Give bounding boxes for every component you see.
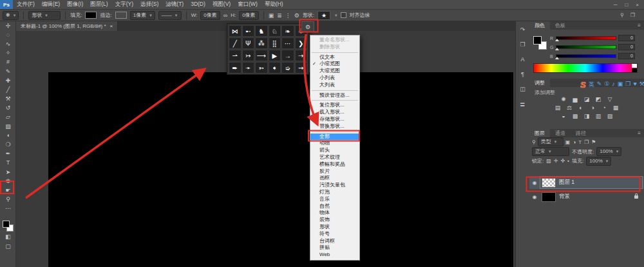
menu-item-31[interactable]: 台词框 (310, 238, 359, 245)
channel-mixer-icon[interactable]: ◔ (600, 104, 608, 111)
quick-selection-tool[interactable]: ✧ (0, 49, 16, 58)
layer-filter-select[interactable]: 类型 (538, 137, 564, 146)
invert-icon[interactable]: ◒ (560, 113, 567, 119)
color-balance-icon[interactable]: ⚖ (565, 104, 573, 111)
menu-item-26[interactable]: 自然 (310, 203, 359, 210)
shape-tile-feathered-arrow[interactable]: ↣ (242, 50, 255, 61)
crop-tool[interactable]: # (0, 58, 16, 67)
menu-item-11[interactable]: 复位形状... (310, 102, 359, 109)
slider-value[interactable]: 0 (618, 35, 635, 41)
styles-panel-icon[interactable]: ❐ (520, 41, 525, 48)
stroke-swatch[interactable] (115, 12, 127, 19)
path-arrange-icon[interactable]: ⋮ (285, 12, 291, 19)
menu-item-20[interactable]: 横幅和奖品 (310, 161, 359, 168)
menu-item-17[interactable]: 动物 (310, 140, 359, 147)
white-swatch[interactable] (632, 64, 637, 68)
toolbox-icon[interactable]: ⚒ (639, 81, 644, 89)
pen-icon[interactable]: ✎ (597, 81, 602, 89)
photo-filter-icon[interactable]: ◑ (589, 104, 596, 111)
history-panel-icon[interactable]: ↷ (520, 26, 526, 33)
menu-item-16[interactable]: 全部 (310, 134, 359, 141)
hand-tool[interactable]: ☛ (0, 186, 16, 195)
shape-picker-caret-icon[interactable] (334, 12, 337, 18)
menubar-item-4[interactable]: 文字(Y) (115, 1, 133, 8)
shape-tile-fish[interactable]: ➸ (242, 25, 255, 37)
menu-item-14[interactable]: 替换形状... (310, 123, 359, 130)
shape-tile-dog[interactable]: ♘ (269, 25, 281, 37)
eyedropper-tool[interactable]: ✎ (0, 67, 16, 76)
blend-mode-select[interactable]: 正常 (532, 147, 569, 156)
menu-item-12[interactable]: 载入形状... (310, 109, 359, 116)
vibrance-icon[interactable]: ▽ (606, 96, 614, 103)
filter-adjustment-icon[interactable]: ◑ (573, 139, 576, 145)
menu-item-22[interactable]: 画框 (310, 175, 359, 182)
panel-menu-icon[interactable]: ≡ (638, 129, 644, 137)
levels-icon[interactable]: ▅ (571, 96, 579, 103)
height-field[interactable]: 0像素 (239, 11, 258, 20)
menubar-item-3[interactable]: 图层(L) (90, 1, 108, 8)
quick-mask-icon[interactable]: ◧ (5, 233, 11, 240)
tab-color[interactable]: 颜色 (529, 21, 550, 30)
shape-tile-dashes[interactable]: ⋯ (281, 37, 294, 49)
menubar-item-6[interactable]: 滤镜(T) (166, 1, 184, 8)
slider-value[interactable]: 0 (618, 53, 635, 59)
menu-item-25[interactable]: 音乐 (310, 196, 359, 203)
healing-brush-tool[interactable]: ✚ (0, 76, 16, 85)
menu-item-21[interactable]: 胶片 (310, 168, 359, 175)
menu-item-13[interactable]: 存储形状... (310, 116, 359, 123)
foreground-background-swatches[interactable] (3, 221, 13, 231)
history-brush-tool[interactable]: ↺ (0, 104, 16, 113)
slider-knob[interactable] (555, 39, 559, 41)
menubar-item-2[interactable]: 图像(I) (67, 1, 83, 8)
menubar-item-9[interactable]: 窗口(W) (238, 1, 258, 8)
menu-item-28[interactable]: 装饰 (310, 217, 359, 224)
posterize-icon[interactable]: ▩ (571, 113, 579, 119)
gradient-tool[interactable]: ▨ (0, 122, 16, 131)
color-spectrum-bar[interactable] (533, 63, 638, 73)
filter-shape-icon[interactable]: ❐ (584, 139, 589, 145)
exposure-icon[interactable]: ◩ (594, 96, 602, 103)
menu-item-4[interactable]: 小缩览图✓ (310, 61, 359, 68)
tab-swatches[interactable]: 色板 (550, 21, 571, 30)
menu-item-30[interactable]: 符号 (310, 231, 359, 238)
shape-tile-chevron-arrow[interactable]: ❯ (295, 37, 308, 49)
tab-adjustments[interactable]: 调整 (529, 79, 550, 87)
menubar-item-10[interactable]: 帮助(H) (265, 1, 283, 8)
character-panel-icon[interactable]: A (520, 56, 524, 63)
menubar-item-5[interactable]: 选择(S) (140, 1, 158, 8)
foreground-color-swatch[interactable] (3, 221, 10, 228)
marquee-tool[interactable]: ◌ (0, 30, 16, 39)
selective-color-icon[interactable]: ▧ (606, 113, 614, 119)
menu-item-7[interactable]: 大列表 (310, 82, 359, 89)
stroke-type-select[interactable]: —— (158, 11, 182, 20)
hue-saturation-icon[interactable]: ▤ (554, 104, 562, 111)
menu-item-6[interactable]: 小列表 (310, 75, 359, 82)
move-tool[interactable]: ✢ (0, 21, 16, 30)
shape-tile-paw-print-large[interactable]: ⣿ (269, 37, 281, 49)
tool-mode-select[interactable]: 形状 (28, 11, 61, 20)
path-selection-tool[interactable]: ➤ (0, 168, 16, 177)
zoom-tool[interactable]: ⚲ (0, 195, 16, 204)
slider-track[interactable] (556, 36, 616, 40)
visibility-eye-icon[interactable]: ◉ (531, 194, 538, 200)
slider-knob[interactable] (555, 57, 559, 59)
layer-name[interactable]: 图层 1 (559, 179, 574, 186)
edit-toolbar-tool[interactable]: ⋯ (0, 204, 16, 213)
shape-tile-bird-footprint[interactable]: Ψ (242, 37, 255, 49)
menubar-item-0[interactable]: 文件(F) (17, 1, 35, 8)
lasso-tool[interactable]: ∿ (0, 39, 16, 48)
minimize-button[interactable]: ─ (614, 2, 618, 8)
number-one-icon[interactable]: ① (604, 81, 609, 89)
shape-tile-curved-arrow[interactable]: ➭ (281, 62, 294, 74)
custom-shape-tool[interactable]: ❃ (0, 177, 16, 186)
path-align-icon[interactable]: ≣ (277, 12, 282, 19)
type-tool[interactable]: T (0, 159, 16, 168)
shape-tile-diagonal-line[interactable]: ╱ (229, 37, 242, 49)
heart-icon[interactable]: ♥ (633, 81, 636, 89)
filter-type-icon[interactable]: T (578, 139, 582, 145)
paragraph-panel-icon[interactable]: ¶ (521, 71, 524, 77)
black-swatch[interactable] (632, 68, 637, 72)
close-icon[interactable]: × (110, 23, 113, 29)
menu-item-32[interactable]: 拼贴 (310, 244, 359, 252)
shape-tile-pentagon-arrow[interactable]: ➧ (269, 62, 281, 74)
